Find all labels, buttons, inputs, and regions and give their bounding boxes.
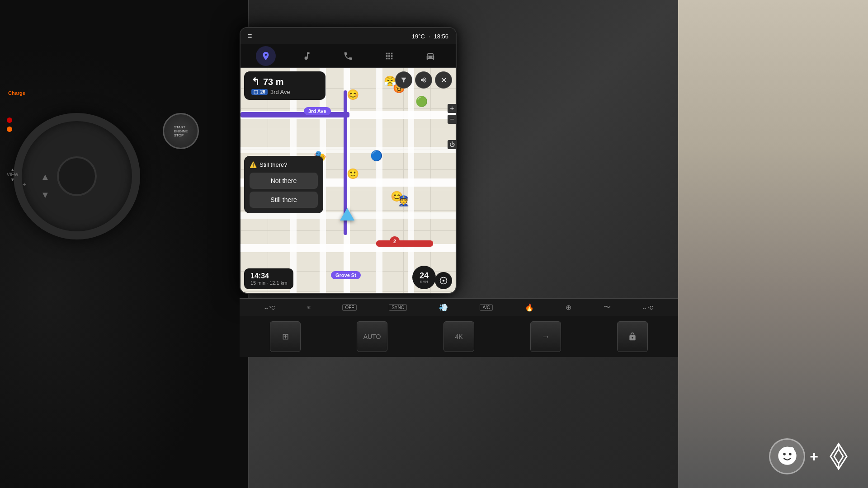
route-h-segment [241, 112, 349, 117]
sync-button[interactable]: SYNC [389, 304, 407, 311]
popup-title: ⚠️ Still there? [250, 161, 318, 168]
svg-point-2 [443, 280, 445, 282]
renault-logo [823, 441, 854, 472]
volume-button[interactable] [415, 71, 432, 89]
svg-point-4 [783, 453, 786, 455]
hazard-bar1 [376, 240, 433, 247]
speed-unit: KMH [420, 280, 428, 284]
street-v4 [376, 68, 382, 293]
power-button[interactable]: ⏻ [448, 140, 456, 149]
warning-icon: ⚠️ [250, 161, 257, 168]
still-there-popup: ⚠️ Still there? Not there Still there [244, 156, 323, 213]
emoji-marker5: 🔵 [370, 150, 382, 162]
temp-right: -- °C [643, 305, 653, 310]
notification-icon: ≡ [248, 32, 252, 40]
indicator-lights [7, 117, 12, 132]
air-icon: 💨 [439, 303, 448, 312]
status-bar: ≡ 19°C · 18:56 [241, 28, 456, 44]
climate-icon1: ❄ [307, 305, 311, 310]
still-there-button[interactable]: Still there [250, 192, 318, 208]
physical-buttons-row: ⊞ AUTO 4K → [240, 316, 678, 357]
temperature-display: 19°C [412, 33, 425, 40]
climate-control-bar: -- °C ❄ OFF SYNC 💨 A/C 🔥 ⊕ 〜 -- °C [240, 298, 678, 316]
time-display: 18:56 [434, 33, 448, 40]
grove-st-label: Grove St [331, 271, 361, 279]
emoji-marker4: 🟢 [415, 96, 428, 108]
emoji-marker3: 😤 [384, 75, 396, 87]
arrow-button[interactable]: → [530, 321, 561, 352]
map-controls: ✕ [395, 71, 452, 89]
turn-street-name: 3rd Ave [270, 89, 290, 95]
nav-direction-arrow [340, 208, 354, 221]
defrost-icon: 〜 [604, 303, 611, 312]
turn-arrow-icon: ↰ [251, 76, 259, 88]
fan-button[interactable]: ⊞ [270, 321, 301, 352]
auto-button[interactable]: AUTO [357, 321, 387, 352]
map-area: 3rd Ave Grove St 😊 😎 😡 😤 🟢 🔵 🙂 😊 🎭 2 👮 ↰… [241, 68, 456, 293]
charge-indicator: Charge [8, 90, 25, 96]
temp-left: -- °C [264, 305, 275, 310]
view-button[interactable]: ▲VIEW▼ [7, 167, 19, 182]
eta-time: 14:34 [250, 272, 287, 280]
start-engine-button[interactable]: STARTENGINESTOP [163, 113, 199, 149]
plus-btn-left[interactable]: + [23, 181, 26, 188]
traffic-num1: 2 [390, 236, 400, 246]
third-ave-label: 3rd Ave [304, 107, 331, 115]
waze-logo [769, 438, 805, 474]
police-marker: 👮 [397, 195, 410, 207]
speed-indicator: 24 KMH [412, 266, 436, 289]
road-badge: 26 [251, 89, 268, 95]
svg-rect-0 [254, 90, 258, 94]
zoom-out-button[interactable]: − [448, 115, 456, 124]
nav-music-icon[interactable] [297, 46, 317, 66]
speed-value: 24 [420, 272, 429, 280]
vent-icon: ⊕ [566, 303, 571, 312]
down-arrow-btn[interactable]: ▼ [41, 190, 50, 200]
nav-phone-icon[interactable] [338, 46, 358, 66]
zoom-in-button[interactable]: + [448, 104, 456, 113]
ac-button[interactable]: A/C [480, 304, 493, 311]
nav-apps-icon[interactable] [379, 46, 399, 66]
distance-value: 73 m [263, 77, 284, 87]
status-icons: 19°C · 18:56 [412, 33, 448, 40]
lock-button[interactable] [617, 321, 648, 352]
close-map-button[interactable]: ✕ [435, 71, 452, 89]
svg-marker-8 [834, 449, 843, 464]
off-button[interactable]: OFF [342, 304, 357, 311]
brand-logos: + [769, 438, 854, 474]
right-interior [678, 0, 868, 488]
steering-area: Charge ▲VIEW▼ STARTENGINESTOP ▲ ▼ + [0, 0, 249, 488]
user-marker: 😊 [347, 89, 359, 101]
nav-car-icon[interactable] [420, 46, 440, 66]
not-there-button[interactable]: Not there [250, 173, 318, 189]
orientation-button[interactable] [435, 272, 452, 289]
turn-info-card: ↰ 73 m 26 3rd Ave [244, 71, 326, 100]
zoom-controls: + − [448, 104, 456, 124]
emoji-marker6: 🙂 [347, 168, 359, 180]
temp-down-button[interactable]: 4K [443, 321, 474, 352]
filter-button[interactable] [395, 71, 412, 89]
orange-indicator [7, 127, 12, 132]
red-indicator [7, 117, 12, 123]
turn-street-info: 26 3rd Ave [251, 89, 318, 95]
infotainment-screen: ≡ 19°C · 18:56 [240, 27, 457, 294]
svg-point-6 [789, 447, 794, 451]
nav-location-icon[interactable] [256, 46, 276, 66]
plus-sign: + [810, 448, 818, 465]
svg-point-5 [789, 453, 792, 455]
eta-details: 15 min · 12.1 km [250, 280, 287, 286]
street-v5 [408, 68, 414, 293]
navigation-bar [241, 44, 456, 68]
up-arrow-btn[interactable]: ▲ [41, 172, 50, 182]
steering-wheel [14, 113, 140, 239]
eta-bar: 14:34 15 min · 12.1 km [244, 268, 293, 289]
turn-distance: ↰ 73 m [251, 76, 318, 88]
seat-heat-icon: 🔥 [525, 303, 534, 312]
separator: · [429, 33, 430, 40]
